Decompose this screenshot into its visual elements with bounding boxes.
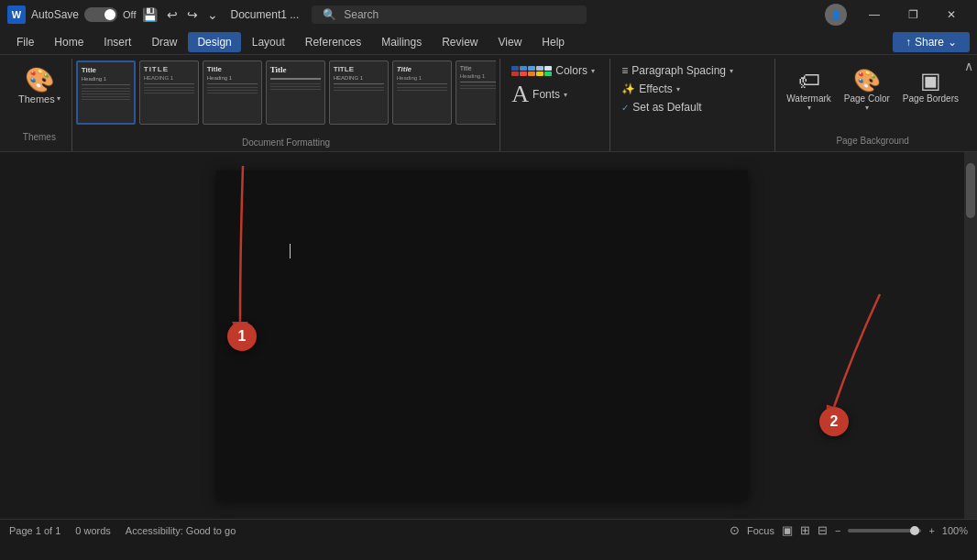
page-color-chevron-icon: ▾ [865,104,869,112]
canvas-area[interactable] [0,152,964,519]
para-spacing-label: Paragraph Spacing [631,64,726,77]
canvas-wrapper: 1 2 Page 1 of 1 0 words Accessibility: G… [0,152,977,541]
format-thumb-3[interactable]: Title Heading 1 [203,60,262,125]
search-bar[interactable]: 🔍 Search [312,5,587,24]
ribbon: 🎨 Themes ▾ Themes Title Heading 1 [0,55,977,152]
restore-button[interactable]: ❐ [895,0,931,29]
checkmark-icon: ✓ [621,103,629,113]
fonts-chevron-icon: ▾ [564,91,567,99]
page-borders-icon: ▣ [920,68,941,93]
page-color-button[interactable]: 🎨 Page Color ▾ [840,66,894,132]
para-spacing-section: ≡ Paragraph Spacing ▾ ✨ Effects ▾ ✓ Set … [610,59,775,151]
toolbar-icons: 💾 ↩ ↪ ⌄ [142,7,218,22]
colors-fonts-section: Colors ▾ A Fonts ▾ [500,59,610,151]
zoom-slider[interactable] [848,529,921,533]
themes-label: Themes [18,93,55,104]
set-default-label: Set as Default [632,101,701,114]
fonts-icon: A [511,82,529,106]
view-icon-3[interactable]: ⊟ [818,523,828,537]
set-as-default-button[interactable]: ✓ Set as Default [618,99,767,115]
vertical-scrollbar[interactable] [964,152,977,519]
themes-icon: 🎨 [25,68,54,92]
page-borders-button[interactable]: ▣ Page Borders [899,66,962,132]
para-spacing-chevron-icon: ▾ [730,67,733,75]
share-icon: ↑ [906,36,911,49]
zoom-level: 100% [942,525,968,536]
menu-references[interactable]: References [296,32,370,52]
page-color-icon: 🎨 [853,68,881,93]
menu-help[interactable]: Help [532,32,574,52]
title-bar-left: W AutoSave Off 💾 ↩ ↪ ⌄ Document1 ... 🔍 S… [7,5,818,24]
undo-icon[interactable]: ↩ [167,7,178,22]
page-info: Page 1 of 1 [9,525,60,536]
word-logo: W [7,5,26,24]
doc-formatting-section: Title Heading 1 TITLE HEADING 1 Titl [72,59,501,151]
minimize-button[interactable]: — [856,0,893,29]
status-right: ⊙ Focus ▣ ⊞ ⊟ − + 100% [730,523,968,537]
themes-section-label: Themes [23,132,56,146]
page-bg-buttons: 🏷 Watermark ▾ 🎨 Page Color ▾ ▣ Page Bord… [783,62,962,136]
format-thumb-4[interactable]: Title [266,60,325,125]
doc-format-label: Document Formatting [76,137,497,149]
effects-label: Effects [639,82,672,95]
colors-label: Colors [555,64,587,77]
main-area [0,152,977,519]
callout-2-label: 2 [830,413,839,430]
menu-file[interactable]: File [7,32,43,52]
format-thumb-7[interactable]: Title Heading 1 [456,60,497,125]
page-borders-label: Page Borders [903,93,959,104]
colors-fonts-label [508,146,602,148]
zoom-minus-button[interactable]: − [835,525,840,536]
paragraph-spacing-button[interactable]: ≡ Paragraph Spacing ▾ [618,62,767,79]
page-color-label: Page Color [844,93,890,104]
watermark-icon: 🏷 [798,68,820,93]
view-icon-1[interactable]: ▣ [782,523,793,537]
save-icon[interactable]: 💾 [142,7,158,22]
focus-label[interactable]: Focus [747,525,774,536]
share-chevron-icon: ⌄ [948,36,957,49]
format-thumb-5[interactable]: TITLE HEADING 1 [329,60,389,125]
format-thumb-6[interactable]: Title Heading 1 [392,60,452,125]
title-bar-right: 👤 — ❐ ✕ [825,0,970,29]
themes-button[interactable]: 🎨 Themes ▾ [15,64,64,108]
menu-home[interactable]: Home [45,32,93,52]
menu-mailings[interactable]: Mailings [372,32,431,52]
autosave-toggle[interactable] [84,7,117,22]
menu-design[interactable]: Design [188,32,240,52]
avatar: 👤 [825,4,847,26]
share-label: Share [915,36,944,49]
menu-draw[interactable]: Draw [142,32,186,52]
zoom-plus-button[interactable]: + [928,525,934,536]
menu-insert[interactable]: Insert [94,32,140,52]
word-count: 0 words [75,525,111,536]
menu-review[interactable]: Review [433,32,487,52]
callout-2: 2 [819,407,849,436]
redo-icon[interactable]: ↪ [187,7,198,22]
close-button[interactable]: ✕ [933,0,970,29]
themes-chevron-icon: ▾ [57,94,60,103]
title-bar: W AutoSave Off 💾 ↩ ↪ ⌄ Document1 ... 🔍 S… [0,0,977,29]
ribbon-themes-section: 🎨 Themes ▾ Themes [7,59,72,151]
ribbon-collapse-button[interactable]: ∧ [964,59,973,73]
menu-layout[interactable]: Layout [243,32,294,52]
focus-icon[interactable]: ⊙ [730,523,740,537]
watermark-button[interactable]: 🏷 Watermark ▾ [783,66,835,132]
colors-button[interactable]: Colors ▾ [508,62,602,79]
effects-button[interactable]: ✨ Effects ▾ [618,81,767,97]
color-swatches [511,66,552,76]
para-section-label [618,146,767,148]
view-icon-2[interactable]: ⊞ [800,523,810,537]
accessibility-status: Accessibility: Good to go [126,525,236,536]
menu-view[interactable]: View [489,32,532,52]
document-page[interactable] [216,170,748,500]
format-thumb-2[interactable]: TITLE HEADING 1 [139,60,199,125]
scroll-thumb[interactable] [966,163,975,218]
more-icon[interactable]: ⌄ [207,7,218,22]
share-button[interactable]: ↑ Share ⌄ [893,32,970,52]
fonts-button[interactable]: A Fonts ▾ [508,81,602,108]
format-thumb-normal[interactable]: Title Heading 1 [76,60,136,125]
menu-bar: File Home Insert Draw Design Layout Refe… [0,29,977,55]
effects-icon: ✨ [621,82,635,95]
para-spacing-icon: ≡ [621,64,628,77]
autosave-label: AutoSave [31,8,79,21]
